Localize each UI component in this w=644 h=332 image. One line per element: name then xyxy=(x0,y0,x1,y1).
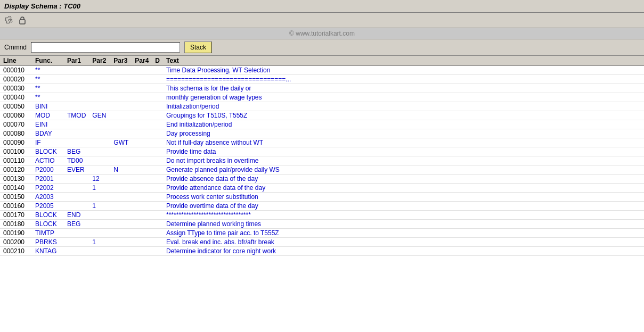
cell-row15-col0: 000160 xyxy=(0,202,32,211)
col-header-text: Text xyxy=(163,56,644,66)
settings-icon[interactable] xyxy=(4,15,15,26)
cell-row7-col5 xyxy=(132,129,152,138)
table-row[interactable]: 000040**monthly generation of wage types xyxy=(0,93,644,102)
svg-point-0 xyxy=(9,19,11,21)
cell-row19-col3: 1 xyxy=(89,238,110,247)
cell-row4-col3 xyxy=(89,102,110,111)
cell-row4-col1: BINI xyxy=(32,102,64,111)
cell-row2-col3 xyxy=(89,84,110,93)
cell-row1-col6 xyxy=(152,75,163,84)
cell-row9-col3 xyxy=(89,147,110,156)
toolbar xyxy=(0,13,644,28)
cell-row15-col3: 1 xyxy=(89,202,110,211)
table-row[interactable]: 000100BLOCKBEGProvide time data xyxy=(0,147,644,156)
lock-icon[interactable] xyxy=(17,15,28,26)
cell-row5-col3: GEN xyxy=(89,111,110,120)
cell-row5-col2: TMOD xyxy=(64,111,89,120)
cell-row6-col5 xyxy=(132,120,152,129)
cell-row6-col0: 000070 xyxy=(0,120,32,129)
cell-row12-col2 xyxy=(64,175,89,184)
table-row[interactable]: 000150A2003Process work center substitut… xyxy=(0,193,644,202)
cell-row7-col2 xyxy=(64,129,89,138)
cell-row11-col6 xyxy=(152,165,163,175)
table-row[interactable]: 000210KNTAGDetermine indicator for core … xyxy=(0,247,644,256)
cell-row3-col5 xyxy=(132,93,152,102)
table-row[interactable]: 000130P200112Provide absence data of the… xyxy=(0,175,644,184)
cell-row6-col2 xyxy=(64,120,89,129)
cell-row0-col6 xyxy=(152,66,163,75)
cell-row5-col0: 000060 xyxy=(0,111,32,120)
col-header-par4: Par4 xyxy=(132,56,152,66)
cell-row20-col6 xyxy=(152,247,163,256)
table-row[interactable]: 000070EINIEnd initialization/period xyxy=(0,120,644,129)
cell-row15-col7: Provide overtime data of the day xyxy=(163,202,644,211)
cell-row11-col0: 000120 xyxy=(0,165,32,175)
cell-row20-col3 xyxy=(89,247,110,256)
cell-row1-col1: ** xyxy=(32,75,64,84)
cell-row0-col4 xyxy=(110,66,132,75)
cell-row18-col7: Assign TType to time pair acc. to T555Z xyxy=(163,229,644,238)
col-header-par3: Par3 xyxy=(110,56,132,66)
cell-row20-col7: Determine indicator for core night work xyxy=(163,247,644,256)
cell-row5-col4 xyxy=(110,111,132,120)
svg-rect-1 xyxy=(20,20,25,24)
table-row[interactable]: 000010**Time Data Processing, WT Selecti… xyxy=(0,66,644,75)
table-row[interactable]: 000120P2000EVERNGenerate planned pair/pr… xyxy=(0,165,644,175)
cell-row17-col4 xyxy=(110,220,132,229)
table-row[interactable]: 000030**This schema is for the daily or xyxy=(0,84,644,93)
cell-row7-col3 xyxy=(89,129,110,138)
table-row[interactable]: 000160P20051Provide overtime data of the… xyxy=(0,202,644,211)
cell-row0-col0: 000010 xyxy=(0,66,32,75)
cell-row10-col2: TD00 xyxy=(64,156,89,165)
cell-row16-col2: END xyxy=(64,211,89,220)
cell-row19-col6 xyxy=(152,238,163,247)
table-row[interactable]: 000050BINIInitialization/period xyxy=(0,102,644,111)
table-row[interactable]: 000170BLOCKEND**************************… xyxy=(0,211,644,220)
stack-button[interactable]: Stack xyxy=(184,42,212,53)
watermark-bar: © www.tutorialkart.com xyxy=(0,28,644,39)
cell-row18-col2 xyxy=(64,229,89,238)
cell-row5-col1: MOD xyxy=(32,111,64,120)
cell-row20-col5 xyxy=(132,247,152,256)
cell-row9-col5 xyxy=(132,147,152,156)
cell-row0-col2 xyxy=(64,66,89,75)
cell-row17-col1: BLOCK xyxy=(32,220,64,229)
cell-row16-col0: 000170 xyxy=(0,211,32,220)
cell-row11-col2: EVER xyxy=(64,165,89,175)
cell-row11-col1: P2000 xyxy=(32,165,64,175)
table-row[interactable]: 000090IFGWTNot if full-day absence witho… xyxy=(0,138,644,147)
table-row[interactable]: 000020**================================… xyxy=(0,75,644,84)
cell-row13-col6 xyxy=(152,184,163,193)
cell-row13-col3: 1 xyxy=(89,184,110,193)
cell-row15-col2 xyxy=(64,202,89,211)
cell-row13-col2 xyxy=(64,184,89,193)
cell-row1-col7: ================================... xyxy=(163,75,644,84)
cell-row16-col4 xyxy=(110,211,132,220)
cell-row14-col2 xyxy=(64,193,89,202)
cell-row17-col7: Determine planned working times xyxy=(163,220,644,229)
table-row[interactable]: 000140P20021Provide attendance data of t… xyxy=(0,184,644,193)
cell-row13-col4 xyxy=(110,184,132,193)
table-row[interactable]: 000110ACTIOTD00Do not import breaks in o… xyxy=(0,156,644,165)
table-row[interactable]: 000060MODTMODGENGroupings for T510S, T55… xyxy=(0,111,644,120)
cell-row9-col6 xyxy=(152,147,163,156)
cell-row20-col2 xyxy=(64,247,89,256)
table-row[interactable]: 000080BDAYDay processing xyxy=(0,129,644,138)
main-content: Line Func. Par1 Par2 Par3 Par4 D Text 00… xyxy=(0,56,644,332)
cell-row14-col7: Process work center substitution xyxy=(163,193,644,202)
cell-row1-col0: 000020 xyxy=(0,75,32,84)
cell-row3-col3 xyxy=(89,93,110,102)
cell-row4-col2 xyxy=(64,102,89,111)
command-input[interactable] xyxy=(31,42,180,53)
cell-row12-col7: Provide absence data of the day xyxy=(163,175,644,184)
table-row[interactable]: 000190TIMTPAssign TType to time pair acc… xyxy=(0,229,644,238)
col-header-d: D xyxy=(152,56,163,66)
cell-row9-col7: Provide time data xyxy=(163,147,644,156)
cell-row6-col3 xyxy=(89,120,110,129)
cell-row10-col6 xyxy=(152,156,163,165)
col-header-par2: Par2 xyxy=(89,56,110,66)
table-row[interactable]: 000180BLOCKBEGDetermine planned working … xyxy=(0,220,644,229)
table-row[interactable]: 000200PBRKS1Eval. break end inc. abs. bf… xyxy=(0,238,644,247)
cell-row3-col6 xyxy=(152,93,163,102)
cell-row0-col1: ** xyxy=(32,66,64,75)
